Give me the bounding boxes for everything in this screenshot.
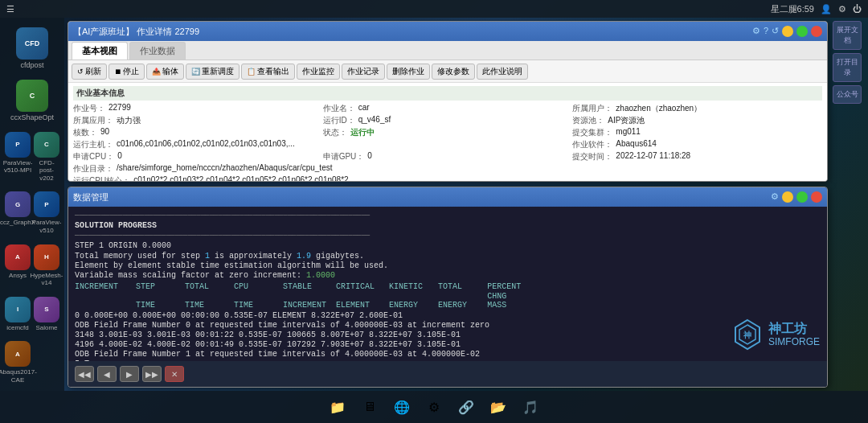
cfd-post-icon: C — [34, 132, 59, 158]
sidebar: CFD cfdpost C ccxShapeOpt P ParaView-v51… — [0, 18, 64, 391]
job-record-button[interactable]: 作业记录 — [342, 64, 385, 80]
log-maximize-button[interactable] — [796, 191, 808, 203]
topbar-time: 星二腿6:59 — [771, 3, 814, 15]
sidebar-item-cfdpost[interactable]: CFD cfdpost — [3, 24, 61, 73]
field-frame-1: ODB Field Frame Number 1 at requested ti… — [75, 350, 821, 359]
log-row-3: 4196 4.000E-02 4.000E-02 00:01:49 0.535E… — [75, 340, 821, 349]
sidebar-item-paraview-mpi[interactable]: P ParaView-v510-MPI — [4, 129, 31, 186]
job-window-titlebar: 【AI产源班址】 作业详情 22799 ⚙ ? ↺ — [68, 22, 827, 41]
sidebar-item-hypermesh[interactable]: H HypeMesh-v14 — [33, 241, 60, 290]
table-header: INCREMENT STEP TOTAL CPU STABLE CRITICAL… — [75, 282, 821, 291]
log-close-button[interactable] — [811, 191, 822, 203]
log-progress-controls: ◀◀ ◀ ▶ ▶▶ ✕ — [75, 366, 184, 382]
log-window-title: 数据管理 — [73, 191, 768, 203]
desktop: ☰ 星二腿6:59 👤 ⚙ ⏻ CFD cfdpost C ccxShapeOp… — [0, 0, 868, 423]
power-icon[interactable]: ⏻ — [853, 4, 862, 14]
stop-playback-button[interactable]: ✕ — [165, 366, 184, 382]
info-job-name: 作业名： car — [323, 103, 573, 114]
job-toolbar: ↺刷新 ⏹停止 📤输体 🔄重新调度 📋查看输出 作业监控 作业记录 删除作业 修… — [68, 60, 827, 83]
prev-button[interactable]: ◀ — [97, 366, 117, 382]
step-origin: STEP 1 ORIGIN 0.0000 — [75, 241, 821, 250]
abaqus2017-icon: A — [5, 341, 31, 367]
info-cores: 核数： 90 — [73, 127, 323, 138]
info-run-cpu: 运行CPU核心： c01n02*2,c01n03*2,c01n04*2,c01n… — [73, 175, 822, 182]
user-icon[interactable]: 👤 — [821, 4, 832, 14]
table-header2: TIME TIME TIME INCREMENT ELEMENT ENERGY … — [75, 292, 821, 310]
info-software: 作业软件： Abaqus614 — [572, 139, 822, 150]
maximize-button[interactable] — [796, 26, 808, 37]
sidebar-label-paraview: ParaView-v510 — [32, 219, 62, 234]
log-window: 数据管理 ⚙ ─────────────────────────────────… — [68, 187, 828, 388]
taskbar-files[interactable]: 📂 — [485, 394, 511, 420]
modify-params-button[interactable]: 修改参数 — [432, 64, 475, 80]
tab-job-data[interactable]: 作业数据 — [129, 42, 186, 60]
public-account-button[interactable]: 公众号 — [833, 85, 862, 104]
paraview-icon: P — [34, 191, 59, 217]
info-run-id: 运行ID： q_v46_sf — [323, 115, 573, 126]
refresh-icon-job[interactable]: ↺ — [772, 26, 779, 37]
topbar: ☰ 星二腿6:59 👤 ⚙ ⏻ — [0, 0, 868, 18]
topbar-left: ☰ — [6, 4, 14, 14]
solution-header: SOLUTION PROGRESS — [75, 221, 821, 230]
taskbar-music[interactable]: 🎵 — [518, 394, 543, 420]
settings-icon-log[interactable]: ⚙ — [771, 191, 779, 203]
close-button[interactable] — [811, 26, 822, 37]
job-desc-button[interactable]: 此作业说明 — [477, 64, 528, 80]
sidebar-item-abaqus2017[interactable]: A Abaqus2017-CAE — [4, 338, 31, 387]
sidebar-item-icemcfd[interactable]: I icemcfd — [4, 294, 31, 335]
job-info-title: 作业基本信息 — [73, 86, 822, 101]
info-actual-gpu: 申请GPU： 0 — [323, 151, 573, 162]
view-output-button[interactable]: 📋查看输出 — [241, 64, 295, 80]
job-window-title: 【AI产源班址】 作业详情 22799 — [73, 26, 749, 38]
sidebar-label-salome: Salome — [35, 324, 57, 332]
refresh-button[interactable]: ↺刷新 — [72, 64, 107, 80]
sidebar-label-ccx-graphx: ccz_GraphX — [0, 219, 35, 227]
element-line: Element by element stable time estimatio… — [75, 261, 821, 270]
ansys-icon: A — [5, 244, 31, 270]
sidebar-item-paraview[interactable]: P ParaView-v510 — [33, 188, 60, 237]
paraview-mpi-icon: P — [5, 132, 31, 158]
hypermesh-icon: H — [34, 244, 59, 270]
help-icon-job[interactable]: ? — [764, 26, 768, 37]
log-row-1: 0 0.000E+00 0.000E+00 00:00:00 0.535E-07… — [75, 311, 821, 320]
minimize-button[interactable] — [782, 26, 793, 37]
simforge-name: 神工坊 — [768, 322, 820, 336]
taskbar-folder[interactable]: 📁 — [325, 394, 350, 420]
reschedule-button[interactable]: 🔄重新调度 — [186, 64, 240, 80]
delete-job-button[interactable]: 删除作业 — [387, 64, 430, 80]
sidebar-label-paraview-mpi: ParaView-v510-MPI — [3, 159, 33, 175]
stop-button[interactable]: ⏹停止 — [108, 64, 145, 80]
forward-button[interactable]: ▶▶ — [142, 366, 162, 382]
log-row-2: 3148 3.001E-03 3.001E-03 00:01:22 0.535E… — [75, 331, 821, 339]
output-button[interactable]: 📤输体 — [146, 64, 184, 80]
job-window: 【AI产源班址】 作业详情 22799 ⚙ ? ↺ 基本视图 作业数据 ↺刷新 … — [68, 21, 828, 182]
taskbar-network[interactable]: 🔗 — [453, 394, 479, 420]
log-bottom-bar: ◀◀ ◀ ▶ ▶▶ ✕ — [68, 361, 827, 387]
tab-basic-view[interactable]: 基本视图 — [72, 42, 128, 60]
sidebar-item-salome[interactable]: S Salome — [33, 294, 60, 335]
info-status: 状态： 运行中 — [323, 127, 573, 138]
settings-icon[interactable]: ⚙ — [838, 4, 846, 14]
taskbar-settings[interactable]: ⚙ — [421, 394, 447, 420]
sidebar-item-ccx-graphx[interactable]: G ccz_GraphX — [4, 188, 31, 237]
log-minimize-button[interactable] — [782, 191, 793, 203]
simforge-brand: SIMFORGE — [768, 336, 820, 347]
sidebar-label-ansys: Ansys — [9, 272, 27, 280]
topbar-menu[interactable]: ☰ — [6, 4, 14, 14]
job-monitor-button[interactable]: 作业监控 — [297, 64, 340, 80]
info-exec-nodes: 运行主机： c01n06,c01n06,c01n02,c01n02,c01n03… — [73, 139, 572, 150]
rewind-button[interactable]: ◀◀ — [75, 366, 94, 382]
sidebar-item-ansys[interactable]: A Ansys — [4, 241, 31, 290]
main-area: 【AI产源班址】 作业详情 22799 ⚙ ? ↺ 基本视图 作业数据 ↺刷新 … — [64, 18, 868, 391]
sidebar-label-icemcfd: icemcfd — [6, 324, 29, 332]
next-button[interactable]: ▶ — [120, 366, 139, 382]
taskbar-terminal[interactable]: 🖥 — [357, 394, 383, 420]
expand-docs-button[interactable]: 展开文档 — [833, 21, 862, 50]
settings-icon-job[interactable]: ⚙ — [752, 26, 760, 37]
sidebar-item-cfd-post[interactable]: C CFD-post-v202 — [33, 129, 60, 186]
info-submit-time: 提交时间： 2022-12-07 11:18:28 — [572, 151, 822, 162]
open-dir-button[interactable]: 打开目录 — [833, 53, 862, 82]
taskbar-browser[interactable]: 🌐 — [389, 394, 415, 420]
taskbar: 📁 🖥 🌐 ⚙ 🔗 📂 🎵 — [0, 391, 868, 423]
sidebar-item-ccxshapeopt[interactable]: C ccxShapeOpt — [3, 76, 61, 125]
